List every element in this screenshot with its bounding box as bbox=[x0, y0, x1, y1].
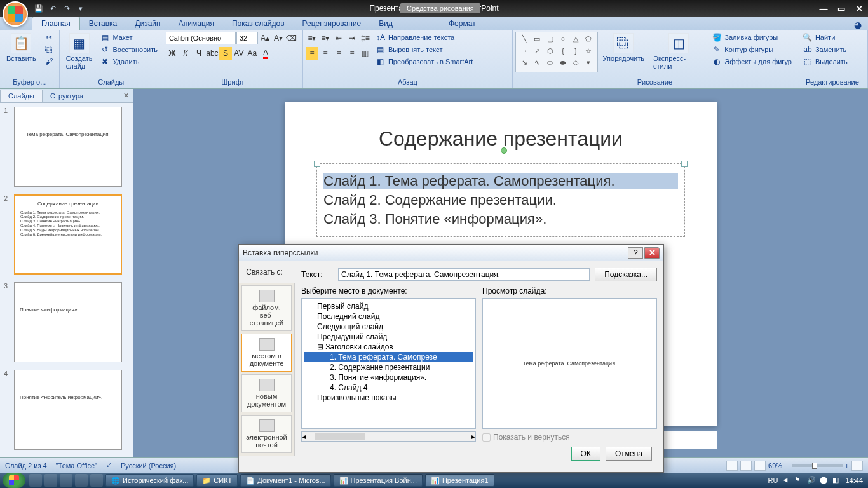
align-center-button[interactable]: ≡ bbox=[319, 47, 332, 60]
spellcheck-icon[interactable]: ✓ bbox=[106, 461, 112, 470]
quick-styles-button[interactable]: ◫ Экспресс-стили bbox=[649, 32, 708, 71]
link-email-button[interactable]: электронной почтой bbox=[241, 415, 292, 453]
tree-item[interactable]: 1. Тема реферата. Самопрезе bbox=[304, 352, 473, 362]
sorter-view-icon[interactable] bbox=[740, 461, 752, 471]
tray-icon[interactable]: ⚑ bbox=[794, 476, 803, 485]
font-name-combo[interactable]: Calibri (Основно bbox=[166, 32, 236, 44]
content-text-box[interactable]: Слайд 1. Тема реферата. Самопрезентация.… bbox=[316, 163, 685, 237]
link-file-button[interactable]: файлом, веб- страницей bbox=[241, 285, 292, 331]
taskbar-item[interactable]: 📊 Презентация Войн... bbox=[334, 474, 423, 487]
thumbnail[interactable]: 3 Понятие «информация». bbox=[4, 282, 129, 362]
taskbar-item[interactable]: 📊 Презентация1 bbox=[425, 474, 494, 487]
close-icon[interactable]: ✕ bbox=[850, 3, 868, 14]
bullets-button[interactable]: ≡▾ bbox=[306, 32, 318, 44]
cancel-button[interactable]: Отмена bbox=[606, 447, 652, 461]
bold-button[interactable]: Ж bbox=[166, 47, 179, 60]
shape-effects-button[interactable]: ◐Эффекты для фигур bbox=[709, 56, 794, 67]
indent-dec-button[interactable]: ⇤ bbox=[332, 32, 345, 44]
tab-review[interactable]: Рецензирование bbox=[294, 17, 370, 30]
underline-button[interactable]: Ч bbox=[193, 47, 205, 60]
panel-tab-outline[interactable]: Структура bbox=[43, 90, 91, 102]
new-slide-button[interactable]: ▦ Создать слайд bbox=[62, 32, 97, 71]
undo-icon[interactable]: ↶ bbox=[47, 3, 58, 14]
tree-item[interactable]: Первый слайд bbox=[304, 301, 473, 311]
shapes-gallery[interactable]: ╲▭▢○△⬠ →↗⬡{}☆ ↘∿⬭⬬◇▾ bbox=[515, 32, 598, 72]
tree-item[interactable]: ⊟ Заголовки слайдов bbox=[304, 342, 473, 352]
tree-item[interactable]: Последний слайд bbox=[304, 311, 473, 322]
slide-text-line[interactable]: Слайд 2. Содержание презентации. bbox=[323, 192, 678, 208]
change-case-button[interactable]: Aa bbox=[246, 47, 259, 60]
font-size-combo[interactable]: 32 bbox=[236, 32, 258, 44]
ok-button[interactable]: ОК bbox=[571, 447, 600, 461]
tab-animation[interactable]: Анимация bbox=[170, 17, 223, 30]
text-direction-button[interactable]: ↕AНаправление текста bbox=[373, 32, 475, 43]
minimize-icon[interactable]: — bbox=[815, 3, 832, 14]
quicklaunch-icon[interactable] bbox=[60, 474, 72, 487]
indent-inc-button[interactable]: ⇥ bbox=[346, 32, 358, 44]
tab-format[interactable]: Формат bbox=[440, 17, 485, 30]
office-button[interactable] bbox=[3, 1, 28, 27]
show-return-checkbox[interactable]: Показать и вернуться bbox=[482, 433, 657, 442]
lang-indicator[interactable]: RU bbox=[768, 477, 778, 484]
save-icon[interactable]: 💾 bbox=[33, 3, 44, 14]
horizontal-scrollbar[interactable]: ◂▸ bbox=[301, 431, 476, 442]
tray-icon[interactable]: ◄ bbox=[782, 476, 790, 485]
align-text-button[interactable]: ▤Выровнять текст bbox=[373, 44, 475, 55]
zoom-slider[interactable] bbox=[792, 464, 843, 467]
taskbar-item[interactable]: 🌐 Исторический фак... bbox=[105, 474, 194, 487]
start-button[interactable] bbox=[3, 473, 25, 488]
taskbar-item[interactable]: 📁 СИКТ bbox=[196, 474, 238, 487]
shrink-font-icon[interactable]: A▾ bbox=[272, 32, 285, 44]
taskbar-item[interactable]: 📄 Документ1 - Micros... bbox=[240, 474, 330, 487]
italic-button[interactable]: К bbox=[179, 47, 192, 60]
rotate-handle-icon[interactable] bbox=[501, 147, 507, 154]
dialog-titlebar[interactable]: Вставка гиперссылки ? ✕ bbox=[239, 245, 663, 261]
numbering-button[interactable]: ≡▾ bbox=[319, 32, 332, 44]
tab-insert[interactable]: Вставка bbox=[80, 17, 126, 30]
quicklaunch-icon[interactable] bbox=[90, 474, 103, 487]
fit-window-icon[interactable] bbox=[851, 461, 863, 471]
arrange-button[interactable]: ⿻ Упорядочить bbox=[599, 32, 648, 64]
clear-format-icon[interactable]: ⌫ bbox=[285, 32, 298, 44]
shape-fill-button[interactable]: 🪣Заливка фигуры bbox=[709, 32, 794, 43]
tray-icon[interactable]: ⬤ bbox=[820, 476, 829, 485]
tab-view[interactable]: Вид bbox=[370, 17, 402, 30]
quicklaunch-icon[interactable] bbox=[44, 474, 57, 487]
shadow-button[interactable]: S bbox=[219, 47, 232, 60]
zoom-out-icon[interactable]: − bbox=[785, 462, 789, 470]
slide-title[interactable]: Содержание презентации bbox=[316, 127, 685, 151]
layout-button[interactable]: ▤Макет bbox=[97, 32, 159, 43]
cut-button[interactable]: ✂ bbox=[41, 32, 57, 43]
tab-design[interactable]: Дизайн bbox=[126, 17, 169, 30]
tree-item[interactable]: 2. Содержание презентации bbox=[304, 362, 473, 372]
clock[interactable]: 14:44 bbox=[845, 477, 863, 484]
tree-item[interactable]: Предыдущий слайд bbox=[304, 332, 473, 342]
shape-outline-button[interactable]: ✎Контур фигуры bbox=[709, 44, 794, 55]
help-icon[interactable]: ◕ bbox=[854, 20, 862, 30]
thumbnail[interactable]: 4 Понятие «Носитель информации». bbox=[4, 370, 129, 450]
qat-dropdown-icon[interactable]: ▾ bbox=[75, 3, 86, 14]
char-spacing-button[interactable]: AV bbox=[233, 47, 245, 60]
font-color-button[interactable]: A bbox=[259, 47, 272, 60]
tooltip-button[interactable]: Подсказка... bbox=[595, 268, 657, 281]
delete-slide-button[interactable]: ✖Удалить bbox=[97, 56, 159, 67]
tray-icon[interactable]: 🔊 bbox=[807, 476, 816, 485]
strike-button[interactable]: abc bbox=[206, 47, 219, 60]
tree-item[interactable]: 4. Слайд 4 bbox=[304, 383, 473, 393]
format-painter-button[interactable]: 🖌 bbox=[41, 56, 57, 67]
find-button[interactable]: 🔍Найти bbox=[800, 32, 850, 43]
zoom-percent[interactable]: 69% bbox=[768, 462, 782, 470]
link-place-button[interactable]: местом в документе bbox=[241, 334, 292, 372]
language-status[interactable]: Русский (Россия) bbox=[121, 462, 176, 470]
tree-item[interactable]: Следующий слайд bbox=[304, 322, 473, 332]
dialog-close-icon[interactable]: ✕ bbox=[644, 247, 660, 259]
tray-icon[interactable]: ◧ bbox=[832, 476, 841, 485]
normal-view-icon[interactable] bbox=[726, 461, 738, 471]
line-spacing-button[interactable]: ‡≡ bbox=[359, 32, 372, 44]
maximize-icon[interactable]: ▭ bbox=[832, 3, 850, 14]
quicklaunch-icon[interactable] bbox=[75, 474, 88, 487]
tab-home[interactable]: Главная bbox=[32, 17, 80, 30]
paste-button[interactable]: 📋 Вставить bbox=[3, 32, 40, 64]
tab-slideshow[interactable]: Показ слайдов bbox=[223, 17, 294, 30]
quicklaunch-icon[interactable] bbox=[29, 474, 42, 487]
